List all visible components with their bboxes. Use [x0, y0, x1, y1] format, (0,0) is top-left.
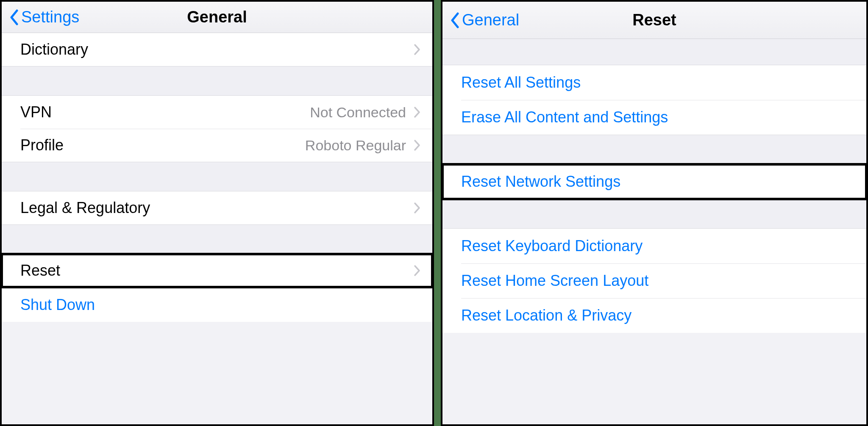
page-title: General	[187, 8, 247, 26]
page-title: Reset	[632, 11, 676, 29]
section-gap	[2, 162, 432, 191]
chevron-right-icon	[414, 44, 420, 55]
row-vpn[interactable]: VPN Not Connected	[2, 96, 432, 129]
row-legal[interactable]: Legal & Regulatory	[2, 191, 432, 224]
row-label: VPN	[20, 103, 310, 121]
general-settings-panel: Settings General Dictionary VPN Not Conn…	[0, 0, 434, 426]
row-reset[interactable]: Reset	[2, 254, 432, 287]
row-label: Dictionary	[20, 41, 414, 58]
section-gap	[442, 39, 866, 65]
back-to-general[interactable]: General	[450, 2, 519, 39]
row-label: Reset Network Settings	[461, 173, 854, 191]
row-label: Legal & Regulatory	[20, 199, 414, 217]
chevron-right-icon	[414, 139, 420, 151]
row-reset-network[interactable]: Reset Network Settings	[442, 164, 866, 199]
reset-settings-panel: General Reset Reset All Settings Erase A…	[441, 0, 868, 426]
row-reset-keyboard[interactable]: Reset Keyboard Dictionary	[442, 229, 866, 263]
row-label: Reset Home Screen Layout	[461, 272, 854, 290]
back-to-settings[interactable]: Settings	[9, 2, 79, 33]
chevron-left-icon	[450, 12, 459, 28]
row-label: Profile	[20, 136, 305, 154]
chevron-right-icon	[414, 202, 420, 214]
section-gap	[2, 66, 432, 96]
section-gap	[442, 135, 866, 164]
chevron-right-icon	[414, 106, 420, 118]
row-label: Reset	[20, 262, 414, 279]
row-reset-location[interactable]: Reset Location & Privacy	[442, 298, 866, 333]
section-gap	[2, 224, 432, 254]
back-label: Settings	[21, 8, 79, 26]
row-reset-home[interactable]: Reset Home Screen Layout	[442, 263, 866, 298]
row-value: Roboto Regular	[305, 137, 406, 154]
navbar-reset: General Reset	[442, 2, 866, 39]
row-label: Reset Keyboard Dictionary	[461, 237, 854, 255]
row-shutdown[interactable]: Shut Down	[2, 287, 432, 322]
row-erase-all[interactable]: Erase All Content and Settings	[442, 100, 866, 135]
row-dictionary[interactable]: Dictionary	[2, 33, 432, 66]
row-label: Reset All Settings	[461, 74, 854, 91]
row-reset-all[interactable]: Reset All Settings	[442, 65, 866, 100]
section-gap	[442, 199, 866, 229]
row-profile[interactable]: Profile Roboto Regular	[2, 129, 432, 162]
chevron-right-icon	[414, 265, 420, 277]
row-label: Reset Location & Privacy	[461, 307, 854, 324]
back-label: General	[462, 11, 519, 29]
row-value: Not Connected	[310, 104, 406, 121]
row-label: Erase All Content and Settings	[461, 108, 854, 126]
row-label: Shut Down	[20, 296, 420, 314]
chevron-left-icon	[9, 9, 19, 25]
navbar-general: Settings General	[2, 2, 432, 33]
